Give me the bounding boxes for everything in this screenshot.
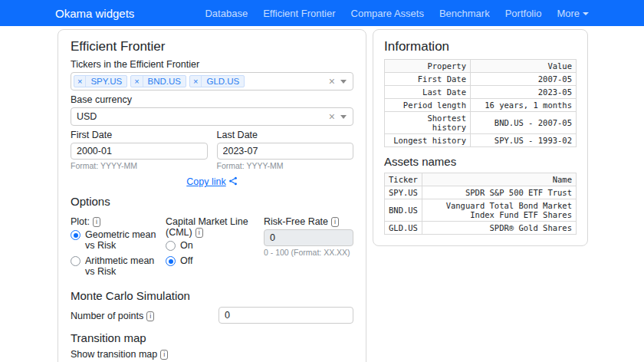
ticker-chip-label: BND.US xyxy=(143,76,186,87)
radio-icon xyxy=(71,256,80,266)
table-row: Shortest historyBND.US - 2007-05 xyxy=(385,112,577,134)
copy-link[interactable]: Copy link xyxy=(71,176,353,187)
last-date-format-hint: Format: YYYY-MM xyxy=(217,161,354,170)
radio-label: Geometric mean vs Risk xyxy=(85,229,159,251)
nav-item-database[interactable]: Database xyxy=(205,8,248,19)
table-cell: Last Date xyxy=(385,86,471,99)
first-date-format-hint: Format: YYYY-MM xyxy=(71,161,208,170)
table-cell: SPDR S&P 500 ETF Trust xyxy=(422,186,576,199)
panel-title: Efficient Frontier xyxy=(71,39,353,54)
table-row: Last Date2023-05 xyxy=(385,86,577,99)
table-cell: SPY.US - 1993-02 xyxy=(471,134,577,147)
points-input[interactable] xyxy=(219,307,353,324)
transition-map-title: Transition map xyxy=(71,331,353,344)
radio-selected-icon xyxy=(71,230,80,240)
brand-link[interactable]: Okama widgets xyxy=(55,7,134,20)
risk-free-label: Risk-Free Ratei xyxy=(264,216,353,227)
table-cell: 16 years, 1 months xyxy=(471,99,577,112)
navbar: Okama widgets Database Efficient Frontie… xyxy=(0,0,644,26)
information-panel: Information PropertyValueFirst Date2007-… xyxy=(373,29,588,246)
last-date-input[interactable] xyxy=(217,143,354,160)
ticker-chips: × SPY.US × BND.US × GLD.US xyxy=(74,75,329,87)
table-cell: BND.US xyxy=(385,199,422,222)
table-row: First Date2007-05 xyxy=(385,73,577,86)
nav-item-benchmark[interactable]: Benchmark xyxy=(439,8,490,19)
select-controls: × xyxy=(329,76,348,87)
ticker-chip-label: SPY.US xyxy=(86,76,127,87)
points-label: Number of pointsi xyxy=(71,311,211,321)
ticker-chip-label: GLD.US xyxy=(202,76,244,87)
radio-plot-arithmetic[interactable]: Arithmetic mean vs Risk xyxy=(71,255,159,277)
first-date-label: First Date xyxy=(71,130,208,140)
table-row: Longest historySPY.US - 1993-02 xyxy=(385,134,577,147)
monte-carlo-row: Number of pointsi xyxy=(71,307,353,324)
table-cell: BND.US - 2007-05 xyxy=(471,112,577,134)
radio-cml-on[interactable]: On xyxy=(166,240,258,251)
risk-free-hint: 0 - 100 (Format: XX.XX) xyxy=(264,248,353,257)
info-icon[interactable]: i xyxy=(331,217,339,227)
select-controls: × xyxy=(329,111,348,122)
plot-label: Plot:i xyxy=(71,216,159,227)
ticker-chip: × BND.US xyxy=(130,75,186,87)
chevron-down-icon[interactable] xyxy=(340,115,347,119)
column-header: Ticker xyxy=(385,173,422,186)
clear-icon[interactable]: × xyxy=(329,111,335,122)
table-cell: First Date xyxy=(385,73,471,86)
last-date-label: Last Date xyxy=(217,130,354,140)
copy-link-label: Copy link xyxy=(186,176,225,187)
column-header: Value xyxy=(471,60,577,73)
table-row: Period length16 years, 1 months xyxy=(385,99,577,112)
risk-free-group: Risk-Free Ratei 0 - 100 (Format: XX.XX) xyxy=(264,212,353,281)
nav-item-more-label: More xyxy=(557,8,580,19)
table-cell: Period length xyxy=(385,99,471,112)
table-cell: Longest history xyxy=(385,134,471,147)
column-header: Property xyxy=(385,60,471,73)
table-row: SPY.USSPDR S&P 500 ETF Trust xyxy=(385,186,577,199)
plot-options-group: Plot:i Geometric mean vs Risk Arithmetic… xyxy=(71,212,159,281)
column-header: Name xyxy=(422,173,576,186)
table-row: GLD.USSPDR® Gold Shares xyxy=(385,222,577,235)
remove-ticker-icon[interactable]: × xyxy=(131,76,143,87)
table-cell: SPY.US xyxy=(385,186,422,199)
chevron-down-icon[interactable] xyxy=(340,80,347,84)
radio-cml-off[interactable]: Off xyxy=(166,255,258,266)
table-row: BND.USVanguard Total Bond Market Index F… xyxy=(385,199,577,222)
info-icon[interactable]: i xyxy=(93,217,100,227)
radio-selected-icon xyxy=(166,256,176,266)
ticker-chip: × GLD.US xyxy=(189,75,245,87)
radio-plot-geometric[interactable]: Geometric mean vs Risk xyxy=(71,229,159,251)
share-icon xyxy=(228,176,238,186)
tickers-multiselect[interactable]: × SPY.US × BND.US × GLD.US × xyxy=(71,72,353,90)
info-icon[interactable]: i xyxy=(146,311,154,321)
nav-item-portfolio[interactable]: Portfolio xyxy=(505,8,542,19)
clear-icon[interactable]: × xyxy=(329,76,335,87)
base-currency-label: Base currency xyxy=(71,94,353,105)
chevron-down-icon xyxy=(583,12,589,15)
table-cell: Vanguard Total Bond Market Index Fund ET… xyxy=(422,199,576,222)
show-transition-label: Show transition mapi xyxy=(71,349,353,360)
base-currency-value: USD xyxy=(74,111,329,122)
remove-ticker-icon[interactable]: × xyxy=(74,76,86,87)
radio-label: On xyxy=(180,240,193,251)
information-title: Information xyxy=(384,39,577,54)
nav-item-compare-assets[interactable]: Compare Assets xyxy=(351,8,424,19)
table-cell: 2007-05 xyxy=(471,73,577,86)
base-currency-select[interactable]: USD × xyxy=(71,107,353,126)
table-cell: Shortest history xyxy=(385,112,471,134)
risk-free-input xyxy=(264,229,353,246)
nav-item-efficient-frontier[interactable]: Efficient Frontier xyxy=(263,8,335,19)
info-icon[interactable]: i xyxy=(196,228,203,238)
ticker-chip: × SPY.US xyxy=(74,75,127,87)
remove-ticker-icon[interactable]: × xyxy=(190,76,202,87)
table-cell: GLD.US xyxy=(385,222,422,235)
nav-links: Database Efficient Frontier Compare Asse… xyxy=(205,8,589,19)
properties-table: PropertyValueFirst Date2007-05Last Date2… xyxy=(384,59,577,147)
nav-item-more[interactable]: More xyxy=(557,8,589,19)
info-icon[interactable]: i xyxy=(160,350,168,360)
cml-label: Capital Market Line (CML)i xyxy=(166,216,258,238)
tickers-label: Tickers in the Efficient Frontier xyxy=(71,59,353,70)
efficient-frontier-panel: Efficient Frontier Tickers in the Effici… xyxy=(58,29,366,362)
content: Efficient Frontier Tickers in the Effici… xyxy=(0,26,644,362)
options-title: Options xyxy=(71,195,353,208)
first-date-input[interactable] xyxy=(71,143,208,160)
